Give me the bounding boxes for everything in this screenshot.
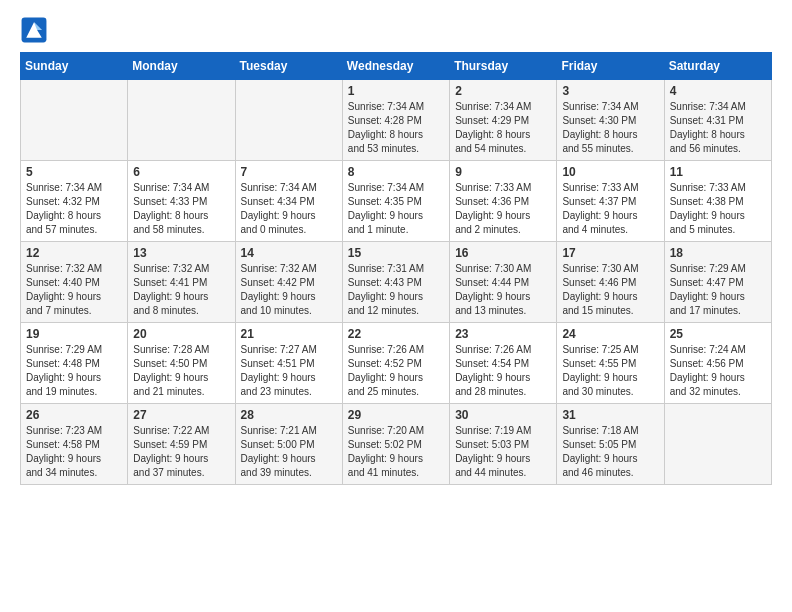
- calendar-day-cell: 11Sunrise: 7:33 AM Sunset: 4:38 PM Dayli…: [664, 161, 771, 242]
- day-info: Sunrise: 7:26 AM Sunset: 4:52 PM Dayligh…: [348, 343, 444, 399]
- day-number: 7: [241, 165, 337, 179]
- header: [20, 16, 772, 44]
- day-info: Sunrise: 7:27 AM Sunset: 4:51 PM Dayligh…: [241, 343, 337, 399]
- calendar-day-cell: 24Sunrise: 7:25 AM Sunset: 4:55 PM Dayli…: [557, 323, 664, 404]
- day-info: Sunrise: 7:33 AM Sunset: 4:37 PM Dayligh…: [562, 181, 658, 237]
- day-number: 1: [348, 84, 444, 98]
- calendar-day-cell: 4Sunrise: 7:34 AM Sunset: 4:31 PM Daylig…: [664, 80, 771, 161]
- calendar-day-cell: 25Sunrise: 7:24 AM Sunset: 4:56 PM Dayli…: [664, 323, 771, 404]
- calendar-day-cell: 31Sunrise: 7:18 AM Sunset: 5:05 PM Dayli…: [557, 404, 664, 485]
- day-number: 19: [26, 327, 122, 341]
- day-info: Sunrise: 7:24 AM Sunset: 4:56 PM Dayligh…: [670, 343, 766, 399]
- day-info: Sunrise: 7:18 AM Sunset: 5:05 PM Dayligh…: [562, 424, 658, 480]
- calendar-day-cell: 27Sunrise: 7:22 AM Sunset: 4:59 PM Dayli…: [128, 404, 235, 485]
- day-info: Sunrise: 7:26 AM Sunset: 4:54 PM Dayligh…: [455, 343, 551, 399]
- empty-day-cell: [664, 404, 771, 485]
- day-info: Sunrise: 7:25 AM Sunset: 4:55 PM Dayligh…: [562, 343, 658, 399]
- day-number: 22: [348, 327, 444, 341]
- day-number: 15: [348, 246, 444, 260]
- day-info: Sunrise: 7:30 AM Sunset: 4:46 PM Dayligh…: [562, 262, 658, 318]
- weekday-header: Wednesday: [342, 53, 449, 80]
- day-info: Sunrise: 7:20 AM Sunset: 5:02 PM Dayligh…: [348, 424, 444, 480]
- calendar-day-cell: 20Sunrise: 7:28 AM Sunset: 4:50 PM Dayli…: [128, 323, 235, 404]
- day-number: 28: [241, 408, 337, 422]
- calendar-day-cell: 12Sunrise: 7:32 AM Sunset: 4:40 PM Dayli…: [21, 242, 128, 323]
- calendar-week-row: 12Sunrise: 7:32 AM Sunset: 4:40 PM Dayli…: [21, 242, 772, 323]
- calendar-day-cell: 28Sunrise: 7:21 AM Sunset: 5:00 PM Dayli…: [235, 404, 342, 485]
- day-info: Sunrise: 7:32 AM Sunset: 4:41 PM Dayligh…: [133, 262, 229, 318]
- calendar-week-row: 26Sunrise: 7:23 AM Sunset: 4:58 PM Dayli…: [21, 404, 772, 485]
- weekday-header: Friday: [557, 53, 664, 80]
- calendar-day-cell: 23Sunrise: 7:26 AM Sunset: 4:54 PM Dayli…: [450, 323, 557, 404]
- day-number: 27: [133, 408, 229, 422]
- day-number: 21: [241, 327, 337, 341]
- day-info: Sunrise: 7:34 AM Sunset: 4:33 PM Dayligh…: [133, 181, 229, 237]
- day-info: Sunrise: 7:33 AM Sunset: 4:38 PM Dayligh…: [670, 181, 766, 237]
- empty-day-cell: [21, 80, 128, 161]
- day-info: Sunrise: 7:29 AM Sunset: 4:48 PM Dayligh…: [26, 343, 122, 399]
- day-info: Sunrise: 7:33 AM Sunset: 4:36 PM Dayligh…: [455, 181, 551, 237]
- day-number: 18: [670, 246, 766, 260]
- weekday-header: Tuesday: [235, 53, 342, 80]
- calendar-day-cell: 1Sunrise: 7:34 AM Sunset: 4:28 PM Daylig…: [342, 80, 449, 161]
- day-info: Sunrise: 7:21 AM Sunset: 5:00 PM Dayligh…: [241, 424, 337, 480]
- calendar-week-row: 5Sunrise: 7:34 AM Sunset: 4:32 PM Daylig…: [21, 161, 772, 242]
- page-container: SundayMondayTuesdayWednesdayThursdayFrid…: [0, 0, 792, 505]
- calendar-day-cell: 15Sunrise: 7:31 AM Sunset: 4:43 PM Dayli…: [342, 242, 449, 323]
- calendar-day-cell: 18Sunrise: 7:29 AM Sunset: 4:47 PM Dayli…: [664, 242, 771, 323]
- day-number: 30: [455, 408, 551, 422]
- day-info: Sunrise: 7:34 AM Sunset: 4:32 PM Dayligh…: [26, 181, 122, 237]
- logo: [20, 16, 52, 44]
- day-info: Sunrise: 7:23 AM Sunset: 4:58 PM Dayligh…: [26, 424, 122, 480]
- day-number: 17: [562, 246, 658, 260]
- calendar-day-cell: 6Sunrise: 7:34 AM Sunset: 4:33 PM Daylig…: [128, 161, 235, 242]
- day-number: 4: [670, 84, 766, 98]
- logo-icon: [20, 16, 48, 44]
- day-info: Sunrise: 7:34 AM Sunset: 4:35 PM Dayligh…: [348, 181, 444, 237]
- day-info: Sunrise: 7:34 AM Sunset: 4:29 PM Dayligh…: [455, 100, 551, 156]
- weekday-header: Monday: [128, 53, 235, 80]
- day-info: Sunrise: 7:34 AM Sunset: 4:31 PM Dayligh…: [670, 100, 766, 156]
- calendar-day-cell: 26Sunrise: 7:23 AM Sunset: 4:58 PM Dayli…: [21, 404, 128, 485]
- day-info: Sunrise: 7:34 AM Sunset: 4:34 PM Dayligh…: [241, 181, 337, 237]
- day-number: 20: [133, 327, 229, 341]
- day-info: Sunrise: 7:30 AM Sunset: 4:44 PM Dayligh…: [455, 262, 551, 318]
- weekday-header: Saturday: [664, 53, 771, 80]
- weekday-header: Sunday: [21, 53, 128, 80]
- day-info: Sunrise: 7:34 AM Sunset: 4:30 PM Dayligh…: [562, 100, 658, 156]
- day-number: 16: [455, 246, 551, 260]
- calendar-day-cell: 22Sunrise: 7:26 AM Sunset: 4:52 PM Dayli…: [342, 323, 449, 404]
- day-number: 23: [455, 327, 551, 341]
- day-number: 5: [26, 165, 122, 179]
- calendar-day-cell: 19Sunrise: 7:29 AM Sunset: 4:48 PM Dayli…: [21, 323, 128, 404]
- day-info: Sunrise: 7:32 AM Sunset: 4:40 PM Dayligh…: [26, 262, 122, 318]
- calendar-header-row: SundayMondayTuesdayWednesdayThursdayFrid…: [21, 53, 772, 80]
- day-number: 8: [348, 165, 444, 179]
- calendar-week-row: 19Sunrise: 7:29 AM Sunset: 4:48 PM Dayli…: [21, 323, 772, 404]
- calendar-week-row: 1Sunrise: 7:34 AM Sunset: 4:28 PM Daylig…: [21, 80, 772, 161]
- day-number: 13: [133, 246, 229, 260]
- calendar-day-cell: 8Sunrise: 7:34 AM Sunset: 4:35 PM Daylig…: [342, 161, 449, 242]
- calendar-day-cell: 2Sunrise: 7:34 AM Sunset: 4:29 PM Daylig…: [450, 80, 557, 161]
- calendar-day-cell: 13Sunrise: 7:32 AM Sunset: 4:41 PM Dayli…: [128, 242, 235, 323]
- calendar-day-cell: 29Sunrise: 7:20 AM Sunset: 5:02 PM Dayli…: [342, 404, 449, 485]
- calendar-day-cell: 21Sunrise: 7:27 AM Sunset: 4:51 PM Dayli…: [235, 323, 342, 404]
- calendar-day-cell: 30Sunrise: 7:19 AM Sunset: 5:03 PM Dayli…: [450, 404, 557, 485]
- calendar-day-cell: 5Sunrise: 7:34 AM Sunset: 4:32 PM Daylig…: [21, 161, 128, 242]
- day-number: 24: [562, 327, 658, 341]
- day-info: Sunrise: 7:29 AM Sunset: 4:47 PM Dayligh…: [670, 262, 766, 318]
- day-number: 10: [562, 165, 658, 179]
- calendar-day-cell: 17Sunrise: 7:30 AM Sunset: 4:46 PM Dayli…: [557, 242, 664, 323]
- calendar-day-cell: 14Sunrise: 7:32 AM Sunset: 4:42 PM Dayli…: [235, 242, 342, 323]
- calendar-day-cell: 3Sunrise: 7:34 AM Sunset: 4:30 PM Daylig…: [557, 80, 664, 161]
- day-number: 25: [670, 327, 766, 341]
- day-number: 9: [455, 165, 551, 179]
- day-number: 2: [455, 84, 551, 98]
- empty-day-cell: [235, 80, 342, 161]
- day-info: Sunrise: 7:19 AM Sunset: 5:03 PM Dayligh…: [455, 424, 551, 480]
- day-number: 3: [562, 84, 658, 98]
- calendar-day-cell: 9Sunrise: 7:33 AM Sunset: 4:36 PM Daylig…: [450, 161, 557, 242]
- day-number: 29: [348, 408, 444, 422]
- day-number: 26: [26, 408, 122, 422]
- calendar-day-cell: 10Sunrise: 7:33 AM Sunset: 4:37 PM Dayli…: [557, 161, 664, 242]
